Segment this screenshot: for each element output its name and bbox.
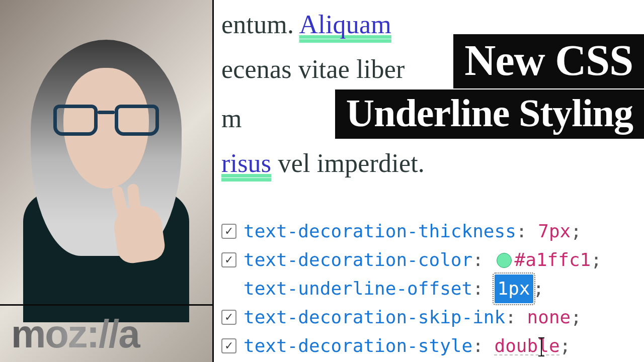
css-rule-list: ✓ text-decoration-thickness: 7px; ✓ text… [221,217,644,360]
demo-link-risus[interactable]: risus [221,149,271,177]
css-prop: text-decoration-skip-ink [244,307,505,327]
title-line-2: Underline Styling [335,89,644,139]
presenter-photo: moz://a [0,0,214,362]
rule-checkbox[interactable]: ✓ [221,310,236,325]
css-rule: text-underline-offset: 1px; [221,275,644,303]
mozilla-logo-text: moz://a [11,311,139,357]
css-rule: ✓ text-decoration-color: #a1ffc1; [221,246,644,275]
css-prop: text-decoration-thickness [244,221,516,241]
css-rule: ✓ text-decoration-thickness: 7px; [221,217,644,246]
css-value[interactable]: double [495,335,560,356]
rule-checkbox[interactable]: ✓ [221,252,236,267]
thumbnail-stage: moz://a entum. Aliquam ecenas vitae libe… [0,0,644,362]
css-value-selected[interactable]: 1px [495,275,533,303]
css-prop: text-decoration-color [244,249,472,270]
css-value[interactable]: none [527,307,571,327]
mozilla-logo: moz://a [0,304,214,362]
css-value[interactable]: #a1ffc1 [515,249,591,270]
css-value[interactable]: 7px [538,221,571,241]
person-silhouette [16,26,197,307]
rule-checkbox[interactable] [221,281,236,296]
text-caret-icon [537,337,538,356]
css-prop: text-decoration-style [244,335,472,356]
css-rule: ✓ text-decoration-skip-ink: none; [221,303,644,332]
demo-text-frag: entum. [221,10,299,39]
content-panel: entum. Aliquam ecenas vitae liber m risu… [215,0,644,362]
rule-checkbox[interactable]: ✓ [221,338,236,353]
title-line-1: New CSS [453,34,644,88]
title-overlay: New CSS Underline Styling [335,34,644,139]
color-swatch-icon[interactable] [497,253,512,268]
css-prop: text-underline-offset [244,278,472,299]
demo-text-frag: vel imperdiet. [271,149,425,177]
rule-checkbox[interactable]: ✓ [221,224,236,239]
css-rule: ✓ text-decoration-style: double; [221,332,644,360]
glasses-icon [53,105,159,137]
